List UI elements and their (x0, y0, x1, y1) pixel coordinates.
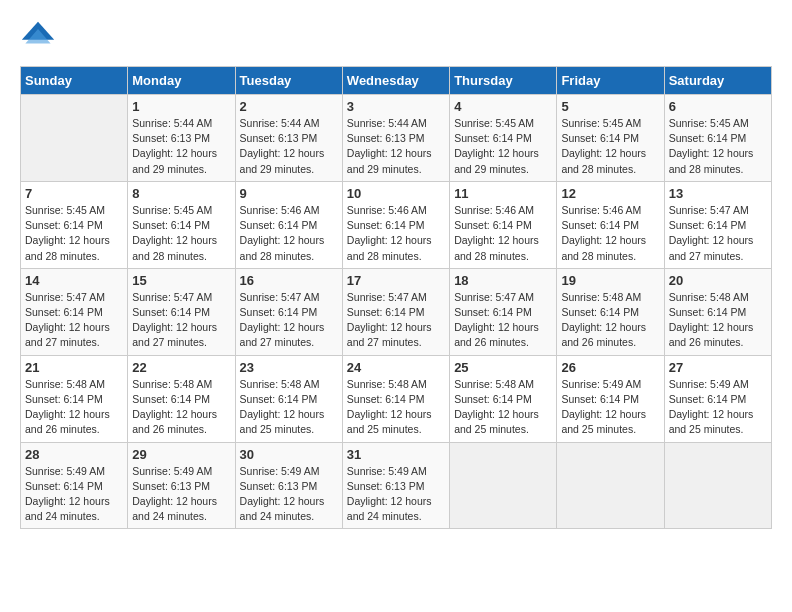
day-info: Sunrise: 5:46 AM Sunset: 6:14 PM Dayligh… (347, 203, 445, 264)
calendar-cell: 23Sunrise: 5:48 AM Sunset: 6:14 PM Dayli… (235, 355, 342, 442)
day-info: Sunrise: 5:47 AM Sunset: 6:14 PM Dayligh… (347, 290, 445, 351)
day-info: Sunrise: 5:44 AM Sunset: 6:13 PM Dayligh… (347, 116, 445, 177)
day-info: Sunrise: 5:48 AM Sunset: 6:14 PM Dayligh… (240, 377, 338, 438)
day-info: Sunrise: 5:44 AM Sunset: 6:13 PM Dayligh… (132, 116, 230, 177)
day-number: 19 (561, 273, 659, 288)
day-info: Sunrise: 5:48 AM Sunset: 6:14 PM Dayligh… (454, 377, 552, 438)
day-info: Sunrise: 5:47 AM Sunset: 6:14 PM Dayligh… (25, 290, 123, 351)
day-number: 6 (669, 99, 767, 114)
calendar-cell: 16Sunrise: 5:47 AM Sunset: 6:14 PM Dayli… (235, 268, 342, 355)
calendar-cell: 15Sunrise: 5:47 AM Sunset: 6:14 PM Dayli… (128, 268, 235, 355)
calendar-cell: 3Sunrise: 5:44 AM Sunset: 6:13 PM Daylig… (342, 95, 449, 182)
day-info: Sunrise: 5:45 AM Sunset: 6:14 PM Dayligh… (454, 116, 552, 177)
day-number: 18 (454, 273, 552, 288)
day-info: Sunrise: 5:47 AM Sunset: 6:14 PM Dayligh… (132, 290, 230, 351)
day-number: 11 (454, 186, 552, 201)
calendar-cell: 11Sunrise: 5:46 AM Sunset: 6:14 PM Dayli… (450, 181, 557, 268)
day-header-tuesday: Tuesday (235, 67, 342, 95)
day-info: Sunrise: 5:49 AM Sunset: 6:14 PM Dayligh… (25, 464, 123, 525)
day-number: 5 (561, 99, 659, 114)
calendar-cell: 20Sunrise: 5:48 AM Sunset: 6:14 PM Dayli… (664, 268, 771, 355)
day-number: 12 (561, 186, 659, 201)
calendar-cell (450, 442, 557, 529)
day-number: 21 (25, 360, 123, 375)
calendar-cell: 6Sunrise: 5:45 AM Sunset: 6:14 PM Daylig… (664, 95, 771, 182)
day-number: 14 (25, 273, 123, 288)
calendar-week-5: 28Sunrise: 5:49 AM Sunset: 6:14 PM Dayli… (21, 442, 772, 529)
calendar-cell: 22Sunrise: 5:48 AM Sunset: 6:14 PM Dayli… (128, 355, 235, 442)
day-number: 20 (669, 273, 767, 288)
day-header-sunday: Sunday (21, 67, 128, 95)
calendar-cell: 26Sunrise: 5:49 AM Sunset: 6:14 PM Dayli… (557, 355, 664, 442)
day-header-monday: Monday (128, 67, 235, 95)
calendar-cell: 7Sunrise: 5:45 AM Sunset: 6:14 PM Daylig… (21, 181, 128, 268)
calendar-cell (21, 95, 128, 182)
calendar-cell (664, 442, 771, 529)
day-info: Sunrise: 5:49 AM Sunset: 6:14 PM Dayligh… (561, 377, 659, 438)
day-info: Sunrise: 5:45 AM Sunset: 6:14 PM Dayligh… (132, 203, 230, 264)
day-number: 15 (132, 273, 230, 288)
day-number: 23 (240, 360, 338, 375)
calendar-cell: 13Sunrise: 5:47 AM Sunset: 6:14 PM Dayli… (664, 181, 771, 268)
calendar-cell: 2Sunrise: 5:44 AM Sunset: 6:13 PM Daylig… (235, 95, 342, 182)
day-info: Sunrise: 5:48 AM Sunset: 6:14 PM Dayligh… (669, 290, 767, 351)
day-number: 10 (347, 186, 445, 201)
calendar-cell: 4Sunrise: 5:45 AM Sunset: 6:14 PM Daylig… (450, 95, 557, 182)
day-info: Sunrise: 5:49 AM Sunset: 6:13 PM Dayligh… (347, 464, 445, 525)
page-header (20, 20, 772, 56)
calendar-table: SundayMondayTuesdayWednesdayThursdayFrid… (20, 66, 772, 529)
day-number: 4 (454, 99, 552, 114)
calendar-cell (557, 442, 664, 529)
calendar-week-1: 1Sunrise: 5:44 AM Sunset: 6:13 PM Daylig… (21, 95, 772, 182)
logo-icon (20, 20, 56, 56)
calendar-cell: 25Sunrise: 5:48 AM Sunset: 6:14 PM Dayli… (450, 355, 557, 442)
day-info: Sunrise: 5:48 AM Sunset: 6:14 PM Dayligh… (132, 377, 230, 438)
calendar-week-3: 14Sunrise: 5:47 AM Sunset: 6:14 PM Dayli… (21, 268, 772, 355)
day-number: 2 (240, 99, 338, 114)
day-number: 3 (347, 99, 445, 114)
day-info: Sunrise: 5:46 AM Sunset: 6:14 PM Dayligh… (454, 203, 552, 264)
day-number: 17 (347, 273, 445, 288)
day-info: Sunrise: 5:44 AM Sunset: 6:13 PM Dayligh… (240, 116, 338, 177)
calendar-cell: 29Sunrise: 5:49 AM Sunset: 6:13 PM Dayli… (128, 442, 235, 529)
logo (20, 20, 62, 56)
day-info: Sunrise: 5:48 AM Sunset: 6:14 PM Dayligh… (25, 377, 123, 438)
calendar-cell: 18Sunrise: 5:47 AM Sunset: 6:14 PM Dayli… (450, 268, 557, 355)
day-header-thursday: Thursday (450, 67, 557, 95)
day-info: Sunrise: 5:49 AM Sunset: 6:13 PM Dayligh… (240, 464, 338, 525)
day-info: Sunrise: 5:48 AM Sunset: 6:14 PM Dayligh… (347, 377, 445, 438)
day-number: 27 (669, 360, 767, 375)
day-number: 9 (240, 186, 338, 201)
calendar-cell: 27Sunrise: 5:49 AM Sunset: 6:14 PM Dayli… (664, 355, 771, 442)
day-number: 22 (132, 360, 230, 375)
day-info: Sunrise: 5:48 AM Sunset: 6:14 PM Dayligh… (561, 290, 659, 351)
day-header-friday: Friday (557, 67, 664, 95)
calendar-cell: 28Sunrise: 5:49 AM Sunset: 6:14 PM Dayli… (21, 442, 128, 529)
calendar-cell: 24Sunrise: 5:48 AM Sunset: 6:14 PM Dayli… (342, 355, 449, 442)
day-info: Sunrise: 5:49 AM Sunset: 6:14 PM Dayligh… (669, 377, 767, 438)
day-number: 1 (132, 99, 230, 114)
calendar-cell: 17Sunrise: 5:47 AM Sunset: 6:14 PM Dayli… (342, 268, 449, 355)
day-number: 7 (25, 186, 123, 201)
day-number: 25 (454, 360, 552, 375)
calendar-header-row: SundayMondayTuesdayWednesdayThursdayFrid… (21, 67, 772, 95)
day-number: 24 (347, 360, 445, 375)
day-info: Sunrise: 5:47 AM Sunset: 6:14 PM Dayligh… (454, 290, 552, 351)
day-number: 16 (240, 273, 338, 288)
day-number: 29 (132, 447, 230, 462)
day-number: 8 (132, 186, 230, 201)
day-info: Sunrise: 5:46 AM Sunset: 6:14 PM Dayligh… (240, 203, 338, 264)
day-info: Sunrise: 5:49 AM Sunset: 6:13 PM Dayligh… (132, 464, 230, 525)
day-info: Sunrise: 5:47 AM Sunset: 6:14 PM Dayligh… (240, 290, 338, 351)
calendar-week-4: 21Sunrise: 5:48 AM Sunset: 6:14 PM Dayli… (21, 355, 772, 442)
day-number: 26 (561, 360, 659, 375)
calendar-cell: 14Sunrise: 5:47 AM Sunset: 6:14 PM Dayli… (21, 268, 128, 355)
calendar-cell: 9Sunrise: 5:46 AM Sunset: 6:14 PM Daylig… (235, 181, 342, 268)
calendar-week-2: 7Sunrise: 5:45 AM Sunset: 6:14 PM Daylig… (21, 181, 772, 268)
calendar-cell: 8Sunrise: 5:45 AM Sunset: 6:14 PM Daylig… (128, 181, 235, 268)
day-number: 30 (240, 447, 338, 462)
day-header-saturday: Saturday (664, 67, 771, 95)
calendar-cell: 5Sunrise: 5:45 AM Sunset: 6:14 PM Daylig… (557, 95, 664, 182)
day-header-wednesday: Wednesday (342, 67, 449, 95)
calendar-cell: 19Sunrise: 5:48 AM Sunset: 6:14 PM Dayli… (557, 268, 664, 355)
